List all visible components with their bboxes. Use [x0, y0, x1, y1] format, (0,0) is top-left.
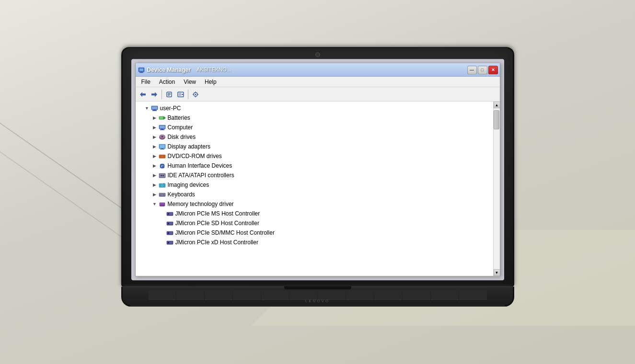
svg-point-14	[195, 93, 196, 95]
svg-rect-60	[160, 204, 161, 204]
svg-point-49	[162, 185, 163, 186]
tree-item-jmicron-sd[interactable]: ▶ JMicron PCIe SD Host Controller	[136, 218, 493, 228]
svg-rect-21	[153, 110, 156, 110]
menu-bar: File Action View Help	[136, 77, 500, 87]
svg-rect-24	[164, 117, 165, 119]
tree-item-hid[interactable]: ▶ Human Interface Devices	[136, 161, 493, 171]
tree-label-display: Display adapters	[168, 143, 210, 150]
svg-rect-22	[152, 110, 157, 111]
svg-rect-66	[163, 205, 164, 206]
tree-item-jmicron-sdmmc[interactable]: ▶ JMicron PCIe SD/MMC Host Contro	[136, 228, 493, 238]
tree-item-imaging[interactable]: ▶ Imaging	[136, 180, 493, 190]
scrollbar-down-button[interactable]: ▼	[494, 269, 500, 276]
svg-rect-78	[168, 242, 169, 243]
tree-icon-dvd	[159, 152, 166, 160]
toolbar-separator-1	[162, 90, 162, 99]
menu-action[interactable]: Action	[155, 78, 179, 86]
tree-expander-disk[interactable]: ▶	[151, 133, 159, 141]
tree-item-keyboards[interactable]: ▶	[136, 190, 493, 199]
svg-rect-35	[161, 148, 163, 149]
svg-rect-61	[162, 204, 162, 204]
tree-icon-ide	[159, 171, 166, 179]
svg-rect-55	[164, 193, 165, 194]
title-bar: Device Manager AKSITEKNO... — □ ✕	[136, 63, 500, 77]
toolbar-properties-button[interactable]	[164, 89, 174, 100]
screen-content: Device Manager AKSITEKNO... — □ ✕ File A…	[131, 59, 504, 280]
menu-help[interactable]: Help	[201, 78, 220, 86]
tree-label-computer: Computer	[168, 124, 193, 131]
scrollbar-track[interactable]	[494, 108, 500, 269]
toolbar	[136, 87, 500, 102]
svg-rect-52	[160, 193, 161, 194]
tree-expander-computer[interactable]: ▶	[151, 124, 159, 131]
svg-point-39	[162, 156, 163, 157]
tree-label-ide: IDE ATA/ATAPI controllers	[168, 172, 234, 179]
tree-container[interactable]: ▼ user-PC	[136, 102, 493, 276]
svg-rect-12	[182, 94, 183, 95]
keyboard-row	[147, 290, 489, 300]
svg-rect-53	[161, 193, 162, 194]
svg-rect-59	[160, 203, 165, 206]
toolbar-forward-button[interactable]	[149, 89, 160, 100]
title-bar-icon	[138, 66, 145, 74]
title-bar-text: Device Manager AKSITEKNO...	[147, 67, 467, 73]
tree-label-jmicron-sdmmc: JMicron PCIe SD/MMC Host Controller	[175, 229, 275, 236]
tree-item-jmicron-xd[interactable]: ▶ JMicron PCIe xD Host Controller	[136, 238, 493, 247]
laptop-lid: Device Manager AKSITEKNO... — □ ✕ File A…	[121, 47, 514, 286]
tree-item-ide[interactable]: ▶ IDE ATA/	[136, 171, 493, 180]
svg-rect-58	[164, 194, 165, 195]
svg-marker-4	[140, 92, 146, 97]
svg-rect-20	[152, 106, 157, 109]
tree-expander-memory[interactable]: ▼	[151, 200, 159, 208]
toolbar-scan-button[interactable]	[190, 89, 201, 100]
tree-expander-display[interactable]: ▶	[151, 143, 159, 150]
tree-item-batteries[interactable]: ▶ Batteries	[136, 113, 493, 123]
tree-expander-root[interactable]: ▼	[143, 104, 151, 112]
tree-label-disk: Disk drives	[168, 134, 196, 140]
svg-marker-5	[151, 92, 157, 97]
toolbar-update-button[interactable]	[175, 89, 186, 100]
tree-item-jmicron-ms[interactable]: ▶ JMicron PCIe MS Host Controller	[136, 209, 493, 218]
svg-rect-27	[160, 125, 165, 128]
scrollbar-up-button[interactable]: ▲	[494, 102, 500, 108]
tree-icon-batteries	[159, 114, 166, 122]
tree-icon-jmicron-xd	[166, 239, 174, 246]
menu-view[interactable]: View	[180, 78, 200, 86]
tree-icon-memory	[159, 200, 166, 208]
maximize-button[interactable]: □	[478, 66, 487, 74]
svg-rect-25	[160, 117, 163, 119]
tree-label-batteries: Batteries	[168, 114, 190, 121]
tree-item-memory[interactable]: ▼	[136, 199, 493, 209]
window-controls: — □ ✕	[467, 66, 498, 74]
tree-expander-imaging[interactable]: ▶	[151, 181, 159, 189]
scrollbar-thumb[interactable]	[494, 110, 499, 129]
tree-item-dvd[interactable]: ▶ DVD/CD-ROM drives	[136, 151, 493, 161]
tree-expander-keyboards[interactable]: ▶	[151, 191, 159, 198]
svg-rect-36	[160, 149, 164, 149]
svg-rect-50	[163, 183, 164, 184]
tree-label-root: user-PC	[160, 105, 181, 112]
toolbar-separator-2	[188, 90, 188, 99]
tree-item-root[interactable]: ▼ user-PC	[136, 103, 493, 113]
tree-icon-hid	[159, 162, 166, 170]
tree-expander-hid[interactable]: ▶	[151, 162, 159, 170]
toolbar-back-button[interactable]	[138, 89, 148, 100]
tree-label-jmicron-ms: JMicron PCIe MS Host Controller	[175, 210, 260, 217]
tree-label-keyboards: Keyboards	[168, 191, 195, 198]
tree-expander-batteries[interactable]: ▶	[151, 114, 159, 122]
tree-item-disk-drives[interactable]: ▶ Disk drives	[136, 132, 493, 142]
svg-rect-72	[168, 223, 169, 224]
svg-rect-42	[161, 165, 163, 166]
menu-file[interactable]: File	[138, 78, 154, 86]
tree-item-display[interactable]: ▶ Display	[136, 142, 493, 151]
svg-rect-3	[139, 72, 143, 73]
scrollbar[interactable]: ▲ ▼	[493, 102, 500, 276]
svg-rect-11	[179, 93, 181, 96]
close-button[interactable]: ✕	[488, 66, 498, 74]
screen-bezel: Device Manager AKSITEKNO... — □ ✕ File A…	[131, 59, 504, 280]
tree-expander-dvd[interactable]: ▶	[151, 152, 159, 160]
tree-item-computer[interactable]: ▶ Computer	[136, 123, 493, 132]
tree-expander-ide[interactable]: ▶	[151, 171, 159, 179]
tree-label-jmicron-xd: JMicron PCIe xD Host Controller	[175, 239, 258, 246]
minimize-button[interactable]: —	[467, 66, 477, 74]
